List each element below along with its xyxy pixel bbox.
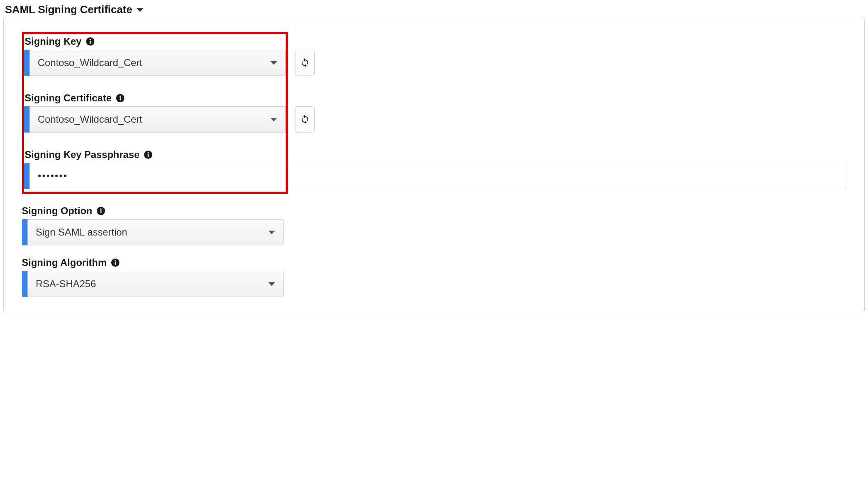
chevron-down-icon bbox=[270, 118, 277, 121]
signing-key-passphrase-input[interactable] bbox=[30, 163, 286, 189]
highlight-box-cert: Signing Certificate Contoso_Wildcard_Cer… bbox=[22, 92, 288, 133]
chevron-down-icon bbox=[268, 231, 275, 234]
svg-rect-13 bbox=[115, 262, 116, 265]
accent-bar bbox=[22, 219, 27, 245]
svg-rect-7 bbox=[148, 154, 149, 157]
section-title: SAML Signing Certificate bbox=[5, 3, 132, 16]
highlight-box-bottom: Signing Key Passphrase bbox=[22, 149, 288, 194]
info-icon[interactable] bbox=[96, 206, 105, 215]
signing-key-passphrase-label: Signing Key Passphrase bbox=[25, 149, 140, 160]
refresh-signing-certificate-button[interactable] bbox=[295, 106, 315, 133]
highlight-box-mid1 bbox=[22, 76, 288, 92]
chevron-down-icon bbox=[268, 282, 275, 286]
svg-rect-4 bbox=[120, 97, 121, 100]
svg-point-11 bbox=[100, 208, 101, 210]
signing-certificate-value: Contoso_Wildcard_Cert bbox=[38, 114, 142, 125]
accent-bar bbox=[24, 50, 30, 76]
signing-option-select[interactable]: Sign SAML assertion bbox=[27, 219, 284, 245]
accent-bar bbox=[24, 106, 30, 133]
signing-algorithm-select[interactable]: RSA-SHA256 bbox=[27, 271, 284, 297]
svg-point-14 bbox=[115, 260, 116, 261]
signing-algorithm-value: RSA-SHA256 bbox=[36, 278, 96, 290]
section-header[interactable]: SAML Signing Certificate bbox=[3, 3, 865, 16]
passphrase-input-extension[interactable] bbox=[288, 163, 846, 189]
signing-option-value: Sign SAML assertion bbox=[36, 227, 127, 238]
svg-point-5 bbox=[119, 96, 121, 97]
signing-key-value: Contoso_Wildcard_Cert bbox=[38, 57, 142, 69]
svg-point-2 bbox=[89, 39, 91, 40]
saml-signing-panel: Signing Key Contoso_Wildcard_Cert bbox=[3, 17, 865, 312]
svg-point-8 bbox=[147, 152, 149, 153]
highlight-box: Signing Key Contoso_Wildcard_Cert bbox=[22, 32, 288, 76]
caret-down-icon bbox=[136, 8, 144, 12]
signing-option-label: Signing Option bbox=[22, 205, 92, 217]
svg-rect-1 bbox=[89, 41, 91, 43]
info-icon[interactable] bbox=[111, 258, 120, 267]
highlight-box-mid2 bbox=[22, 133, 288, 149]
signing-certificate-select[interactable]: Contoso_Wildcard_Cert bbox=[30, 106, 286, 133]
svg-rect-10 bbox=[101, 210, 102, 213]
info-icon[interactable] bbox=[86, 37, 95, 46]
accent-bar bbox=[22, 271, 27, 297]
info-icon[interactable] bbox=[144, 150, 153, 159]
signing-key-select[interactable]: Contoso_Wildcard_Cert bbox=[30, 50, 286, 76]
accent-bar bbox=[24, 163, 30, 189]
signing-algorithm-label: Signing Algorithm bbox=[22, 257, 107, 268]
info-icon[interactable] bbox=[116, 94, 125, 103]
signing-certificate-label: Signing Certificate bbox=[25, 92, 112, 104]
signing-key-label: Signing Key bbox=[25, 36, 82, 47]
refresh-signing-key-button[interactable] bbox=[295, 50, 315, 76]
chevron-down-icon bbox=[270, 61, 277, 65]
